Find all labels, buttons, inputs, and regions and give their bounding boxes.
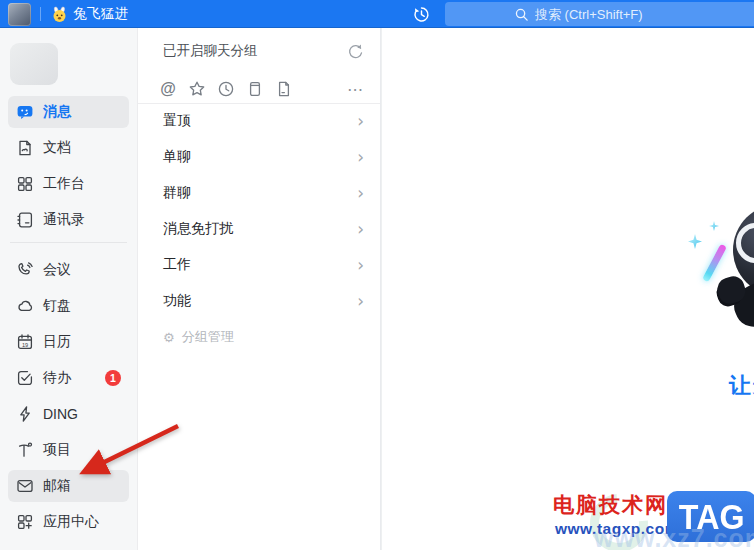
app-center-icon: [16, 513, 34, 531]
sidebar-item-label: 会议: [43, 261, 71, 279]
group-row-work[interactable]: 工作 ›: [138, 247, 380, 283]
sidebar-item-contacts[interactable]: 通讯录: [8, 204, 129, 236]
chevron-right-icon: ›: [357, 257, 364, 274]
phone-call-icon: [16, 261, 34, 279]
clock-icon[interactable]: [217, 80, 235, 98]
group-label: 群聊: [163, 184, 191, 202]
workspace-name[interactable]: 兔飞猛进: [73, 5, 129, 23]
profile-avatar-placeholder[interactable]: [10, 43, 58, 85]
gear-icon: ⚙: [163, 331, 175, 344]
chevron-right-icon: ›: [357, 293, 364, 310]
sidebar-item-mail[interactable]: 邮箱: [8, 470, 129, 502]
sidebar-item-label: 项目: [43, 441, 71, 459]
chevron-right-icon: ›: [357, 149, 364, 166]
file-icon[interactable]: [275, 80, 293, 98]
chevron-right-icon: ›: [357, 185, 364, 202]
sidebar-item-label: 文档: [43, 139, 71, 157]
at-glyph: @: [160, 81, 176, 97]
todo-badge: 1: [105, 370, 121, 386]
watermark-site-name: 电脑技术网: [553, 491, 668, 519]
sidebar-item-app-center[interactable]: 应用中心: [8, 506, 129, 538]
group-label: 工作: [163, 256, 191, 274]
history-icon[interactable]: [412, 5, 431, 24]
at-mention-icon[interactable]: @: [159, 80, 177, 98]
sync-refresh-icon[interactable]: [346, 42, 364, 60]
group-label: 功能: [163, 292, 191, 310]
quick-actions-row: @ ⋯: [138, 74, 380, 104]
star-icon[interactable]: [188, 80, 206, 98]
grid-icon: [16, 175, 34, 193]
group-row-features[interactable]: 功能 ›: [138, 283, 380, 319]
search-input[interactable]: [535, 7, 685, 22]
sidebar-item-label: 邮箱: [43, 477, 71, 495]
sidebar-divider: [10, 242, 127, 243]
project-icon: [16, 441, 34, 459]
search-icon: [514, 7, 529, 22]
group-row-single-chat[interactable]: 单聊 ›: [138, 139, 380, 175]
todo-check-icon: [16, 369, 34, 387]
document-icon: [16, 139, 34, 157]
group-label: 消息免打扰: [163, 220, 233, 238]
panel-title: 已开启聊天分组: [163, 42, 258, 60]
sidebar-item-ding[interactable]: DING: [8, 398, 129, 430]
sidebar-item-calendar[interactable]: 19 日历: [8, 326, 129, 358]
sidebar-item-label: DING: [43, 406, 78, 422]
mini-app-icon[interactable]: [246, 80, 264, 98]
sidebar-item-docs[interactable]: 文档: [8, 132, 129, 164]
topbar-divider: [40, 7, 41, 21]
contacts-book-icon: [16, 211, 34, 229]
svg-text:19: 19: [22, 342, 28, 348]
cloud-icon: [16, 297, 34, 315]
slogan-text: 让进: [729, 371, 754, 401]
group-row-pinned[interactable]: 置顶 ›: [138, 103, 380, 139]
group-manage-label: 分组管理: [182, 328, 234, 346]
group-label: 置顶: [163, 112, 191, 130]
sidebar-item-label: 消息: [43, 103, 71, 121]
content-area: 让进 www.xz7.com 电脑技术网 www.tagxp.com TAG: [381, 28, 754, 550]
group-row-muted[interactable]: 消息免打扰 ›: [138, 211, 380, 247]
topbar: 兔飞猛进: [0, 0, 754, 28]
sidebar-item-label: 钉盘: [43, 297, 71, 315]
lightning-icon: [16, 405, 34, 423]
magic-wand-illustration: [702, 244, 727, 283]
chat-group-panel: 已开启聊天分组 @: [137, 28, 381, 550]
sidebar-item-label: 应用中心: [43, 513, 99, 531]
more-icon[interactable]: ⋯: [347, 80, 364, 99]
mail-envelope-icon: [16, 477, 34, 495]
group-row-group-chat[interactable]: 群聊 ›: [138, 175, 380, 211]
sparkle-icon: [688, 234, 702, 249]
sidebar-item-label: 待办: [43, 369, 71, 387]
user-avatar[interactable]: [8, 3, 31, 26]
sidebar-item-label: 工作台: [43, 175, 85, 193]
sidebar-item-drive[interactable]: 钉盘: [8, 290, 129, 322]
sidebar-item-label: 日历: [43, 333, 71, 351]
sidebar-item-meeting[interactable]: 会议: [8, 254, 129, 286]
sidebar: 消息 文档 工作台: [0, 28, 137, 550]
sidebar-item-projects[interactable]: 项目: [8, 434, 129, 466]
panel-header: 已开启聊天分组: [138, 28, 380, 74]
sidebar-item-label: 通讯录: [43, 211, 85, 229]
group-list: 置顶 › 单聊 › 群聊 › 消息免打扰 › 工作 › 功能 ›: [138, 103, 380, 319]
sidebar-item-messages[interactable]: 消息: [8, 96, 129, 128]
sidebar-nav: 消息 文档 工作台: [8, 96, 129, 538]
sidebar-item-workbench[interactable]: 工作台: [8, 168, 129, 200]
calendar-icon: 19: [16, 333, 34, 351]
chat-bubble-icon: [16, 103, 34, 121]
search-box[interactable]: [445, 2, 754, 26]
workspace-emoji-icon: [51, 6, 68, 23]
chevron-right-icon: ›: [357, 113, 364, 130]
sparkle-icon: [709, 221, 719, 231]
chevron-right-icon: ›: [357, 221, 364, 238]
sidebar-item-todo[interactable]: 待办 1: [8, 362, 129, 394]
watermark-shadow-url: www.xz7.com: [594, 524, 754, 550]
group-manage-button[interactable]: ⚙ 分组管理: [138, 325, 380, 349]
group-label: 单聊: [163, 148, 191, 166]
